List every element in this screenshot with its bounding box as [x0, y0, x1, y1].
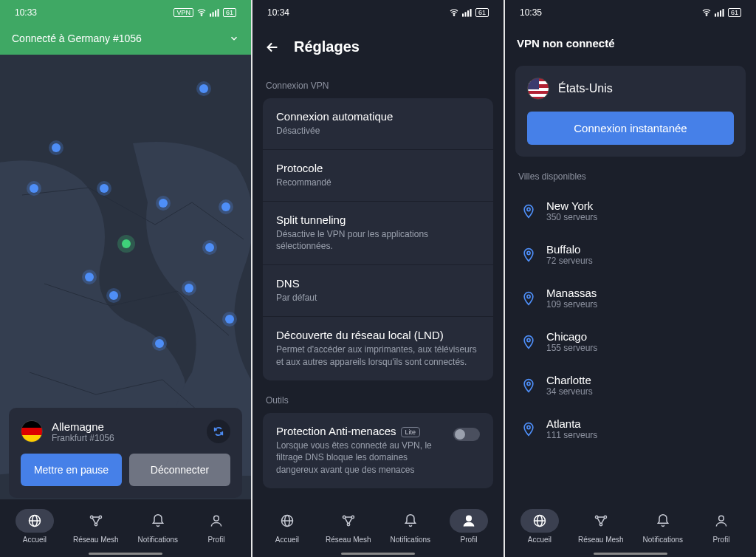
- city-item[interactable]: Buffalo72 serveurs: [515, 233, 746, 276]
- flag-germany-icon: [21, 420, 43, 442]
- phone-settings: 10:34 61 Réglages Connexion VPN Connexio…: [252, 0, 504, 557]
- nav-home[interactable]: Accueil: [520, 509, 559, 544]
- country-name: États-Unis: [558, 82, 613, 95]
- status-bar: 10:33 VPN 61: [0, 0, 251, 25]
- nav-label: Réseau Mesh: [578, 536, 624, 544]
- svg-rect-4: [217, 9, 219, 17]
- map-node[interactable]: [100, 184, 109, 193]
- nav-notifications[interactable]: Notifications: [138, 509, 178, 544]
- nav-notifications[interactable]: Notifications: [643, 509, 683, 544]
- city-item[interactable]: Chicago155 serveurs: [515, 320, 746, 363]
- svg-point-29: [527, 251, 530, 254]
- setting-protocol[interactable]: Protocole Recommandé: [263, 149, 493, 201]
- setting-lnd[interactable]: Découverte du réseau local (LND) Permet …: [263, 316, 493, 380]
- svg-rect-25: [717, 12, 718, 16]
- flag-usa-icon: [527, 78, 549, 100]
- map-node[interactable]: [30, 184, 38, 193]
- svg-rect-14: [464, 12, 466, 16]
- svg-rect-3: [215, 10, 216, 16]
- home-handle[interactable]: [341, 553, 415, 555]
- setting-threat-protection[interactable]: Protection Anti-menacesLite Lorsque vous…: [263, 413, 493, 488]
- refresh-icon: [213, 426, 224, 437]
- nav-home[interactable]: Accueil: [16, 509, 54, 544]
- status-icons: 61: [701, 8, 741, 17]
- disconnect-button[interactable]: Déconnecter: [129, 454, 230, 486]
- svg-rect-24: [715, 13, 716, 16]
- status-bar: 10:35 61: [505, 0, 756, 25]
- nav-profile[interactable]: Profil: [702, 509, 740, 544]
- battery-level: 61: [223, 8, 236, 17]
- nav-label: Notifications: [391, 536, 430, 544]
- city-item[interactable]: Manassas109 serveurs: [515, 276, 746, 320]
- map-node[interactable]: [52, 143, 61, 152]
- pause-button[interactable]: Mettre en pause: [21, 454, 122, 486]
- nav-mesh[interactable]: Réseau Mesh: [578, 509, 624, 544]
- mesh-icon: [341, 513, 356, 528]
- bell-icon: [151, 513, 165, 528]
- svg-rect-15: [467, 10, 469, 16]
- bottom-nav: Accueil Réseau Mesh Notifications Profil: [0, 499, 251, 557]
- map-node-connected[interactable]: [122, 239, 131, 248]
- svg-point-0: [201, 15, 202, 16]
- home-handle[interactable]: [594, 553, 667, 555]
- nav-label: Profil: [461, 536, 478, 544]
- mesh-icon: [594, 513, 608, 528]
- map-node[interactable]: [109, 291, 118, 300]
- map-node[interactable]: [155, 339, 164, 348]
- map-node[interactable]: [221, 202, 230, 211]
- nav-label: Notifications: [643, 536, 683, 544]
- connection-header[interactable]: Connecté à Germany #1056: [0, 25, 251, 55]
- city-item[interactable]: Atlanta111 serveurs: [515, 407, 746, 451]
- nav-profile[interactable]: Profil: [197, 509, 236, 544]
- svg-point-23: [706, 15, 707, 16]
- svg-rect-26: [720, 10, 721, 16]
- map-node[interactable]: [85, 273, 94, 281]
- nav-label: Réseau Mesh: [326, 536, 371, 544]
- city-item[interactable]: New York350 serveurs: [515, 189, 746, 233]
- map-node[interactable]: [205, 243, 214, 252]
- connection-header-text: Connecté à Germany #1056: [12, 33, 142, 44]
- back-icon[interactable]: [264, 39, 281, 55]
- nav-notifications[interactable]: Notifications: [391, 509, 430, 544]
- svg-point-31: [527, 338, 530, 341]
- nav-mesh[interactable]: Réseau Mesh: [73, 509, 119, 544]
- nav-label: Accueil: [528, 536, 551, 544]
- bell-icon: [403, 513, 418, 528]
- setting-autoconnect[interactable]: Connexion automatique Désactivée: [263, 98, 493, 149]
- vpn-badge: VPN: [173, 8, 193, 17]
- city-item[interactable]: Charlotte34 serveurs: [515, 363, 746, 407]
- battery-level: 61: [728, 8, 741, 17]
- quick-connect-button[interactable]: Connexion instantanée: [527, 112, 734, 145]
- svg-point-21: [347, 523, 349, 525]
- settings-title: Réglages: [294, 38, 360, 55]
- map-node[interactable]: [185, 284, 193, 293]
- map-node[interactable]: [225, 315, 234, 324]
- svg-point-30: [527, 295, 530, 298]
- map-node[interactable]: [159, 199, 168, 208]
- signal-icon: [462, 8, 472, 17]
- section-label-vpn: Connexion VPN: [252, 66, 504, 98]
- threat-toggle[interactable]: [453, 428, 480, 441]
- svg-point-22: [467, 516, 472, 521]
- tools-card: Protection Anti-menacesLite Lorsque vous…: [263, 413, 493, 488]
- refresh-button[interactable]: [207, 420, 230, 443]
- nav-home[interactable]: Accueil: [268, 509, 306, 544]
- nav-profile[interactable]: Profil: [450, 509, 488, 544]
- svg-point-12: [453, 15, 455, 16]
- connected-country: Allemagne: [52, 420, 114, 433]
- profile-icon: [714, 513, 729, 528]
- bell-icon: [656, 513, 670, 528]
- wifi-icon: [449, 8, 459, 17]
- settings-header: Réglages: [252, 25, 504, 66]
- threat-title: Protection Anti-menacesLite: [276, 425, 444, 437]
- nav-mesh[interactable]: Réseau Mesh: [326, 509, 371, 544]
- map-node[interactable]: [199, 84, 208, 93]
- pin-icon: [521, 247, 536, 262]
- pin-icon: [521, 422, 536, 437]
- setting-split-tunneling[interactable]: Split tunneling Désactive le VPN pour le…: [263, 201, 493, 265]
- nav-label: Profil: [208, 536, 225, 544]
- status-time: 10:34: [267, 7, 289, 18]
- svg-point-11: [214, 516, 219, 521]
- home-handle[interactable]: [89, 553, 162, 555]
- setting-dns[interactable]: DNS Par défaut: [263, 264, 493, 316]
